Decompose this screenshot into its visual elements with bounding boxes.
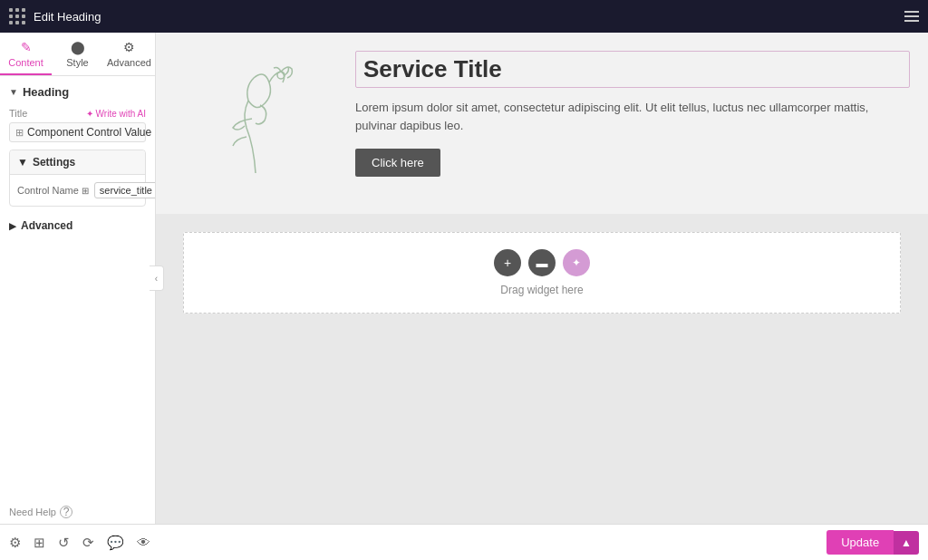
- comment-bottom-icon[interactable]: 💬: [107, 535, 124, 551]
- settings-body: Control Name ⊞: [10, 175, 145, 206]
- control-name-input[interactable]: [94, 182, 155, 198]
- title-field-label: Title ✦ Write with AI: [9, 108, 146, 119]
- drop-label: Drag widget here: [500, 284, 583, 296]
- history-bottom-icon[interactable]: ⟳: [82, 535, 94, 551]
- settings-bottom-icon[interactable]: ⚙: [9, 535, 21, 551]
- tab-advanced[interactable]: ⚙ Advanced: [103, 33, 155, 75]
- heading-arrow-icon: ▼: [9, 87, 18, 97]
- folder-button[interactable]: ▬: [528, 249, 556, 276]
- top-bar: Edit Heading: [0, 0, 928, 33]
- hamburger-icon[interactable]: [904, 11, 919, 22]
- settings-header: ▼ Settings: [10, 150, 145, 175]
- grid-icon[interactable]: [9, 8, 26, 25]
- cta-button[interactable]: Click here: [355, 149, 440, 177]
- service-title-input[interactable]: [355, 51, 910, 88]
- service-image: [174, 51, 337, 196]
- undo-bottom-icon[interactable]: ↺: [58, 535, 70, 551]
- tab-content[interactable]: ✎ Content: [0, 33, 52, 75]
- control-name-label: Control Name ⊞: [17, 185, 89, 196]
- update-arrow-button[interactable]: ▲: [894, 531, 919, 555]
- chevron-up-icon: ▲: [901, 536, 912, 549]
- top-bar-left: Edit Heading: [9, 8, 101, 25]
- advanced-section[interactable]: ▶ Advanced: [9, 214, 146, 237]
- settings-panel: ▼ Settings Control Name ⊞: [9, 150, 146, 207]
- canvas: Lorem ipsum dolor sit amet, consectetur …: [156, 33, 928, 524]
- bottom-bar: ⚙ ⊞ ↺ ⟳ 💬 👁 Update ▲: [0, 524, 928, 560]
- help-icon: ?: [60, 506, 72, 518]
- bottom-left-icons: ⚙ ⊞ ↺ ⟳ 💬 👁: [9, 535, 150, 551]
- drop-zone[interactable]: + ▬ ✦ Drag widget here: [183, 232, 901, 314]
- bottom-right: Update ▲: [826, 530, 919, 555]
- move-icon: ✦: [572, 256, 581, 269]
- sidebar: ✎ Content ⬤ Style ⚙ Advanced ▼ Heading T…: [0, 33, 156, 524]
- tab-style[interactable]: ⬤ Style: [52, 33, 103, 75]
- sidebar-tabs: ✎ Content ⬤ Style ⚙ Advanced: [0, 33, 155, 76]
- need-help[interactable]: Need Help ?: [0, 500, 155, 524]
- grid-bottom-icon[interactable]: ⊞: [34, 535, 45, 551]
- main-layout: ✎ Content ⬤ Style ⚙ Advanced ▼ Heading T…: [0, 33, 928, 524]
- move-widget-button[interactable]: ✦: [563, 249, 590, 276]
- content-icon: ✎: [21, 40, 32, 54]
- control-name-icon: ⊞: [82, 186, 89, 196]
- add-widget-button[interactable]: +: [494, 249, 521, 276]
- sidebar-content: ▼ Heading Title ✦ Write with AI ⊞ ✕ ▼: [0, 76, 155, 500]
- service-illustration: [183, 55, 328, 191]
- style-icon: ⬤: [71, 40, 85, 54]
- editor-title: Edit Heading: [34, 10, 101, 24]
- ai-icon: ✦: [86, 109, 93, 119]
- advanced-arrow-icon: ▶: [9, 221, 16, 231]
- sidebar-collapse-button[interactable]: ‹: [150, 266, 164, 291]
- service-description: Lorem ipsum dolor sit amet, consectetur …: [355, 99, 910, 134]
- write-ai-button[interactable]: ✦ Write with AI: [86, 109, 146, 119]
- link-icon: ⊞: [15, 127, 24, 139]
- update-button[interactable]: Update: [826, 530, 894, 555]
- title-input-row: ⊞ ✕: [9, 122, 146, 142]
- drop-zone-icons: + ▬ ✦: [494, 249, 590, 276]
- service-section: Lorem ipsum dolor sit amet, consectetur …: [156, 33, 928, 214]
- control-name-row: Control Name ⊞: [17, 182, 138, 198]
- service-content: Lorem ipsum dolor sit amet, consectetur …: [355, 51, 910, 177]
- heading-section-label: ▼ Heading: [9, 85, 146, 99]
- eye-bottom-icon[interactable]: 👁: [137, 535, 150, 551]
- title-input[interactable]: [27, 126, 155, 139]
- advanced-icon: ⚙: [123, 40, 135, 54]
- settings-arrow-icon: ▼: [17, 156, 28, 169]
- folder-icon: ▬: [536, 256, 548, 270]
